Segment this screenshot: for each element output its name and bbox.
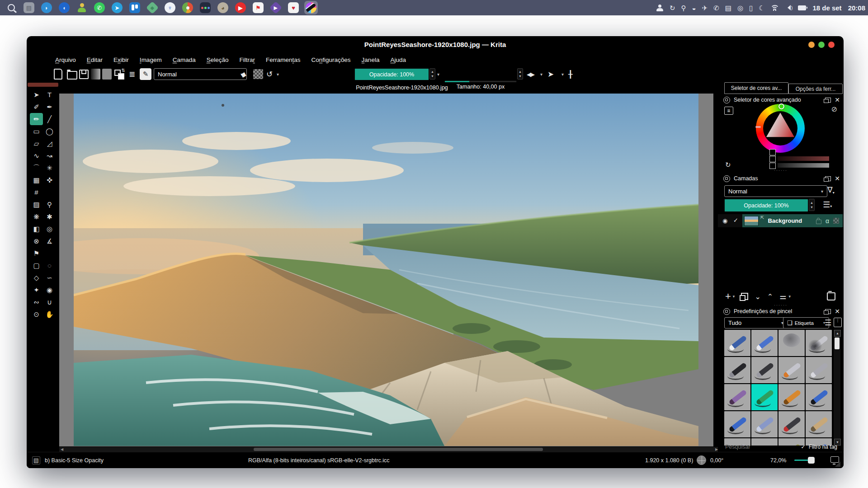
tool-fill[interactable]: ◧ xyxy=(30,223,43,235)
chevron-down-icon[interactable]: ▾ xyxy=(437,68,439,80)
tray-telegram-icon[interactable]: ✈ xyxy=(702,5,708,11)
toolbox-handle[interactable] xyxy=(28,83,58,87)
blend-mode-combo[interactable]: Normal ▾ xyxy=(154,68,247,80)
app-gimp[interactable]: ◕ xyxy=(216,1,230,14)
size-spinner[interactable]: ▲▼ xyxy=(517,68,523,80)
tool-select-shapes[interactable]: ➤ xyxy=(30,89,43,101)
layer-check-icon[interactable]: ✓ xyxy=(733,217,738,224)
tool-rect-select[interactable]: ▢ xyxy=(30,259,43,272)
tool-polyline[interactable]: ◿ xyxy=(43,137,56,150)
tool-freehand-brush[interactable]: ✏ xyxy=(30,113,43,125)
lock-icon[interactable] xyxy=(723,308,730,315)
brush-view-mode-button[interactable]: ☰ xyxy=(825,318,831,328)
save-button[interactable] xyxy=(79,68,89,80)
brush-preset-11[interactable] xyxy=(778,384,805,410)
app-jellyfish[interactable]: ♆ xyxy=(163,1,177,14)
tool-transform[interactable]: ▦ xyxy=(30,174,43,186)
tool-rectangle[interactable]: ▭ xyxy=(30,125,43,137)
tool-polygon[interactable]: ▱ xyxy=(30,137,43,150)
tray-notes-icon[interactable]: ▤ xyxy=(725,5,731,11)
app-whatsapp[interactable]: ✆ xyxy=(93,1,106,14)
minimize-button[interactable] xyxy=(808,42,815,48)
color-swatch-2[interactable] xyxy=(769,156,776,162)
new-document-button[interactable] xyxy=(54,68,62,80)
tool-calligraphy[interactable]: ✒ xyxy=(43,101,56,113)
canvas-angle-dial[interactable] xyxy=(697,455,706,465)
layer-row[interactable]: ◉ ✓ ⇱ Background α xyxy=(718,214,844,227)
tool-bezier-select[interactable]: ∾ xyxy=(30,296,43,308)
tool-magnetic-select[interactable]: ∪ xyxy=(43,296,56,308)
clock[interactable]: 18 de set 20:08 xyxy=(812,4,868,12)
layer-visibility-icon[interactable]: ◉ xyxy=(722,217,727,224)
tool-colorize-mask[interactable]: ❋ xyxy=(30,211,43,223)
tool-freehand-select[interactable]: ∽ xyxy=(43,272,56,284)
menu-configurações[interactable]: Configurações xyxy=(307,55,356,65)
open-document-button[interactable] xyxy=(67,68,77,80)
brush-grid-scrollbar[interactable]: ▲ ▼ xyxy=(834,330,840,446)
properties-chevron[interactable]: ▾ xyxy=(788,294,791,299)
layer-opacity-slider[interactable]: Opacidade: 100% xyxy=(724,199,808,212)
tool-gradient[interactable]: ▨ xyxy=(30,198,43,211)
app-flipboard[interactable]: ⚑ xyxy=(251,1,265,14)
app-thunderbird[interactable]: ◗ xyxy=(40,1,53,14)
app-cards[interactable]: ♥ xyxy=(287,1,300,14)
tray-battery-icon[interactable] xyxy=(798,5,806,10)
tool-enclose-fill[interactable]: ◎ xyxy=(43,223,56,235)
no-color-icon[interactable]: ⊘ xyxy=(831,105,837,113)
tab-advanced-color-selector[interactable]: Seletor de cores av... xyxy=(724,82,788,94)
layer-filter-button[interactable]: ∇▾ xyxy=(824,185,838,196)
brush-settings-toggle[interactable]: ≣ xyxy=(129,68,135,80)
filter-by-tag-checkbox[interactable]: ✓ Filtro na tag xyxy=(801,444,837,450)
app-gem[interactable]: ◆ xyxy=(146,1,159,14)
trim-image-button[interactable]: ╂ xyxy=(568,68,573,80)
close-icon[interactable]: ✕ xyxy=(835,96,840,103)
window-resize-grip[interactable] xyxy=(835,461,840,467)
menu-ferramentas[interactable]: Ferramentas xyxy=(261,55,306,65)
menu-editar[interactable]: Editar xyxy=(82,55,108,65)
brush-preset-10[interactable] xyxy=(751,384,778,410)
float-icon[interactable] xyxy=(825,98,831,103)
app-resolve[interactable] xyxy=(198,1,212,14)
close-button[interactable] xyxy=(828,42,835,48)
zoom-slider-track[interactable] xyxy=(794,460,810,461)
menu-janela[interactable]: Janela xyxy=(357,55,385,65)
tray-sync-icon[interactable]: ↻ xyxy=(670,5,675,11)
scroll-up-icon[interactable]: ▲ xyxy=(834,330,841,337)
brush-preset-15[interactable] xyxy=(778,411,805,437)
zoom-slider-handle[interactable] xyxy=(808,457,815,464)
layer-properties-button[interactable]: ⚌ xyxy=(779,292,786,301)
tool-edit-shapes[interactable]: ✐ xyxy=(30,101,43,113)
layer-alpha-checker-icon[interactable] xyxy=(833,218,839,224)
app-pie[interactable] xyxy=(181,1,194,14)
tray-wifi-icon[interactable] xyxy=(771,5,779,11)
tool-crop[interactable]: # xyxy=(30,186,43,198)
menu-filtrar[interactable]: Filtrar xyxy=(234,55,260,65)
hue-marker[interactable] xyxy=(778,103,784,109)
tool-multibrush[interactable]: ✳ xyxy=(43,162,56,174)
app-contacts[interactable] xyxy=(75,1,89,14)
duplicate-layer-button[interactable] xyxy=(741,293,748,300)
layer-blend-mode-combo[interactable]: Normal ▾ xyxy=(724,185,827,197)
layer-alpha-icon[interactable]: α xyxy=(826,217,829,225)
app-mail-blue[interactable]: ◖ xyxy=(57,1,71,14)
color-selector-settings-button[interactable]: ≣ xyxy=(724,107,733,115)
tool-measure[interactable]: ∡ xyxy=(43,235,56,247)
brush-preset-3[interactable] xyxy=(778,330,805,356)
tag-button[interactable]: ❑ Etiqueta ▾ xyxy=(783,317,829,328)
tool-dynamic-brush[interactable]: ⌒ xyxy=(30,162,43,174)
app-krita[interactable] xyxy=(304,1,318,14)
current-preset-label[interactable]: b) Basic-5 Size Opacity xyxy=(45,457,104,464)
menu-ajuda[interactable]: Ajuda xyxy=(385,55,411,65)
close-icon[interactable]: ✕ xyxy=(835,175,840,182)
tray-phone-icon[interactable]: ▯ xyxy=(749,5,753,11)
lock-icon[interactable] xyxy=(723,97,730,103)
mirror-horizontal-button[interactable]: ◀▶ xyxy=(527,68,534,80)
brush-preset-detail-button[interactable]: ⋮ xyxy=(834,318,842,327)
app-search[interactable] xyxy=(5,1,18,14)
layer-lock-icon[interactable] xyxy=(816,220,821,224)
tray-contacts-icon[interactable] xyxy=(656,5,664,11)
tray-nightlight-icon[interactable]: ☾ xyxy=(759,5,764,11)
menu-imagem[interactable]: Imagem xyxy=(135,55,167,65)
layer-opacity-spinner[interactable]: ▲▼ xyxy=(809,199,815,211)
opacity-spinner[interactable]: ▲▼ xyxy=(429,68,435,80)
